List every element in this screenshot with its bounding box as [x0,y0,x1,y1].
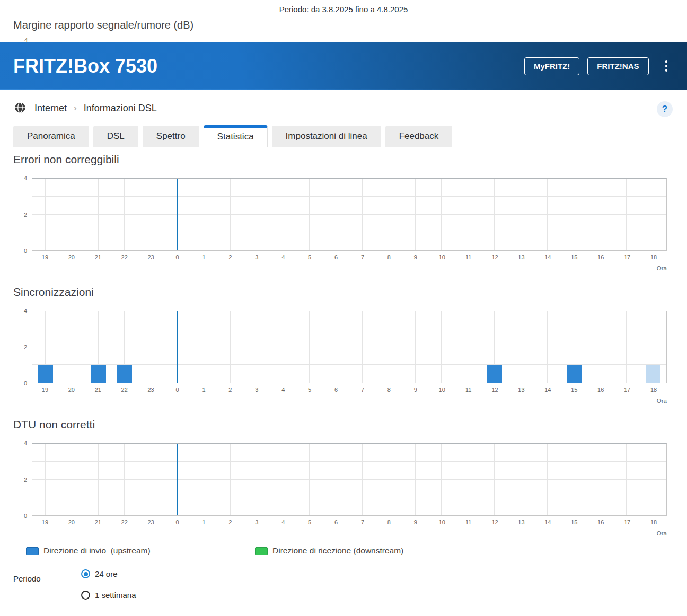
y-tick-label: 2 [24,344,27,350]
x-tick-label: 9 [414,386,417,393]
main-content: Errori non correggibili 1920212223012345… [0,147,687,612]
gridline-vertical [336,179,336,250]
x-tick-label: 2 [228,254,232,260]
gridline-horizontal [32,329,666,329]
gridline-vertical [72,311,72,383]
gridline-vertical [653,179,653,250]
menu-kebab-icon[interactable] [665,59,668,72]
gridline-vertical [521,444,521,515]
gridline-vertical [98,444,99,515]
x-tick-label: 20 [68,386,75,393]
x-tick-label: 1 [202,386,205,393]
x-tick-label: 4 [281,386,285,393]
x-tick-label: 19 [42,519,48,525]
gridline-vertical [257,444,257,515]
x-axis-labels: 19202122230123456789101112131415161718Or… [32,519,667,540]
radio-option-24-ore[interactable]: 24 ore [81,569,136,578]
x-tick-label: 8 [387,386,391,393]
gridline-vertical [45,444,46,515]
radio-24-ore[interactable] [81,569,90,578]
y-tick-label: 2 [24,212,27,218]
gridline-vertical [441,444,442,515]
x-tick-label: 22 [121,386,128,393]
gridline-vertical [653,444,653,515]
gridline-vertical [362,311,363,383]
gridline-vertical [362,444,363,515]
gridline-vertical [45,179,46,250]
x-axis-labels: 19202122230123456789101112131415161718Or… [32,254,667,275]
gridline-vertical [98,179,99,250]
x-tick-label: 9 [414,254,417,260]
tab-impostazioni-di-linea[interactable]: Impostazioni di linea [272,126,381,147]
x-axis-labels: 19202122230123456789101112131415161718Or… [32,386,667,408]
y-tick-label: 4 [24,307,27,314]
tab-spettro[interactable]: Spettro [143,126,199,147]
x-tick-label: 18 [650,254,657,260]
x-tick-label: 22 [121,519,128,525]
x-tick-label: 19 [42,254,48,260]
x-tick-label: 1 [202,254,205,260]
x-tick-label: 5 [308,254,311,260]
x-axis-title: Ora [657,398,667,404]
radio-1-settimana[interactable] [81,591,90,600]
tab-feedback[interactable]: Feedback [385,126,453,147]
gridline-vertical [204,311,204,383]
x-tick-label: 14 [544,386,551,393]
gridline-vertical [283,179,283,250]
gridline-vertical [389,444,389,515]
chart-dtu-non-corretti: DTU non corretti 19202122230123456789101… [13,412,674,545]
gridline-horizontal [32,497,666,497]
y-tick-label: 2 [24,477,27,483]
radio-option-1-settimana[interactable]: 1 settimana [81,591,136,600]
app-header: FRITZ!Box 7530 MyFRITZ! FRITZ!NAS [0,42,687,90]
x-tick-label: 6 [334,386,338,393]
breadcrumb: Internet › Informazioni DSL ? [0,90,687,125]
tab-panoramica[interactable]: Panoramica [13,126,89,147]
gridline-vertical [494,179,495,250]
x-tick-label: 10 [439,254,445,260]
x-tick-label: 3 [255,386,258,393]
tab-dsl[interactable]: DSL [93,126,138,147]
help-button[interactable]: ? [657,101,673,117]
x-axis-title: Ora [657,530,667,536]
x-tick-label: 17 [624,519,630,525]
x-tick-label: 14 [544,519,551,525]
x-tick-label: 21 [95,386,101,393]
x-tick-label: 22 [121,254,128,260]
x-tick-label: 11 [465,519,471,525]
day-boundary-line [177,311,178,383]
gridline-vertical [574,444,574,515]
gridline-vertical [336,444,336,515]
gridline-horizontal [32,347,666,347]
x-tick-label: 7 [361,386,364,393]
x-tick-label: 7 [361,519,364,525]
y-tick-label: 4 [24,175,27,181]
gridline-horizontal [32,232,666,232]
period-note: Periodo: da 3.8.2025 fino a 4.8.2025 [0,5,687,14]
gridline-vertical [415,179,416,250]
bar [487,365,502,383]
gridline-horizontal [32,196,666,197]
x-tick-label: 7 [361,254,364,260]
x-tick-label: 0 [175,519,179,525]
gridline-vertical [626,444,627,515]
x-tick-label: 15 [571,386,577,393]
tab-statistica[interactable]: Statistica [204,125,268,147]
scrolled-content-strip: Periodo: da 3.8.2025 fino a 4.8.2025 Mar… [0,0,687,42]
x-tick-label: 9 [414,519,417,525]
fritznas-button[interactable]: FRITZ!NAS [587,57,648,75]
bar [117,365,132,383]
x-tick-label: 6 [334,519,338,525]
x-tick-label: 8 [387,519,391,525]
myfritz-button[interactable]: MyFRITZ! [524,57,579,75]
y-tick-label: 4 [24,440,27,446]
gridline-vertical [600,444,600,515]
gridline-vertical [362,179,363,250]
gridline-vertical [230,444,231,515]
gridline-vertical [389,311,389,383]
breadcrumb-section[interactable]: Internet [34,103,67,114]
gridline-vertical [336,311,336,383]
x-tick-label: 15 [571,254,577,260]
gridline-horizontal [32,479,666,480]
gridline-vertical [309,179,310,250]
